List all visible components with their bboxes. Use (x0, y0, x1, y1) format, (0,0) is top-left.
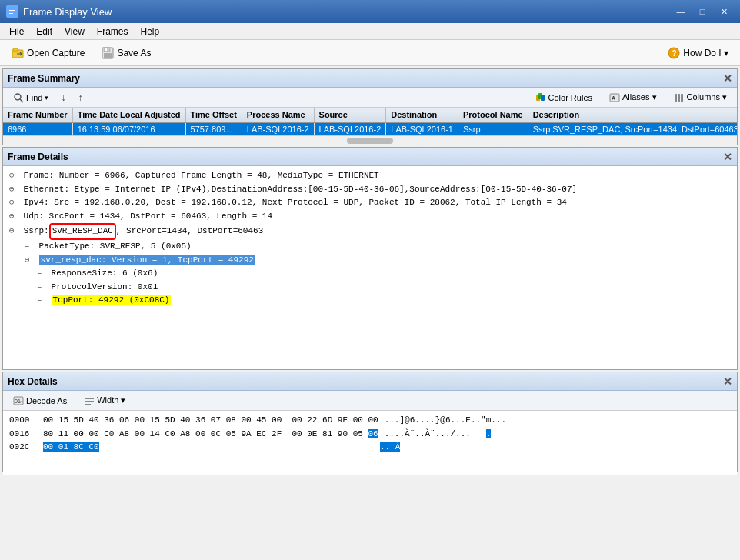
svg-rect-21 (678, 94, 680, 102)
columns-button[interactable]: Columns ▾ (668, 90, 732, 105)
hex-addr-0000: 0000 (9, 414, 37, 428)
expand-ethernet[interactable]: ⊕ (9, 183, 18, 197)
hex-details-close[interactable]: ✕ (723, 375, 732, 388)
expand-frame[interactable]: ⊕ (9, 169, 18, 183)
col-time-date[interactable]: Time Date Local Adjusted (72, 108, 185, 122)
color-rules-label: Color Rules (548, 93, 592, 102)
detail-ipv4-text: Ipv4: Src = 192.168.0.20, Dest = 192.168… (24, 198, 567, 207)
find-next-button[interactable]: ↑ (72, 90, 88, 105)
hex-bytes-0000: 00 15 5D 40 36 06 00 15 5D 40 36 07 08 0… (43, 414, 378, 428)
hex-details-title: Hex Details (8, 376, 58, 387)
detail-protocolversion-text: ProtocolVersion: 0x01 (52, 282, 158, 292)
frame-details-title: Frame Details (8, 152, 68, 162)
hex-details-header: Hex Details ✕ (3, 372, 737, 391)
detail-row-ssrp: ⊖ Ssrp:SVR_RESP_DAC, SrcPort=1434, DstPo… (9, 223, 731, 240)
detail-row-packettype: – PacketType: SVR_RESP, 5 (0x05) (9, 240, 731, 254)
expand-svr-resp-dac[interactable]: ⊖ (25, 254, 34, 268)
detail-frame-text: Frame: Number = 6966, Captured Frame Len… (24, 171, 379, 180)
svg-rect-28 (85, 404, 91, 405)
detail-ssrp-prefix: Ssrp: (24, 226, 49, 235)
aliases-icon: A → (609, 92, 620, 103)
menu-view[interactable]: View (58, 25, 91, 38)
open-capture-icon (12, 47, 24, 59)
expand-responsesize[interactable]: – (37, 267, 46, 281)
hex-ascii-002c: .. Á (380, 441, 400, 455)
svg-rect-27 (85, 401, 94, 402)
columns-icon (674, 92, 685, 103)
expand-protocolversion[interactable]: – (37, 281, 46, 295)
find-prev-button[interactable]: ↓ (55, 90, 71, 105)
decode-icon: 01 → (13, 395, 24, 406)
minimize-button[interactable]: — (671, 4, 691, 19)
detail-tcpport-text: TcpPort: 49292 (0xC08C) (52, 295, 172, 305)
col-time-offset[interactable]: Time Offset (185, 108, 242, 122)
summary-toolbar-right: Color Rules A → Aliases ▾ Columns ▾ (530, 90, 732, 105)
save-as-button[interactable]: Save As (95, 44, 158, 62)
col-frame-number[interactable]: Frame Number (3, 108, 72, 122)
svg-rect-5 (13, 48, 18, 51)
cell-destination: LAB-SQL2016-1 (386, 122, 458, 135)
detail-ssrp-suffix: , SrcPort=1434, DstPort=60463 (116, 226, 263, 235)
hex-content[interactable]: 0000 00 15 5D 40 36 06 00 15 5D 40 36 07… (3, 411, 737, 475)
find-button[interactable]: Find ▾ (8, 90, 54, 105)
cell-source: LAB-SQL2016-2 (314, 122, 386, 135)
close-button[interactable]: ✕ (714, 4, 734, 19)
svg-rect-2 (9, 12, 15, 12)
svg-rect-22 (681, 94, 683, 102)
table-row[interactable]: 6966 16:13:59 06/07/2016 5757.809... LAB… (3, 122, 737, 135)
svg-rect-1 (9, 10, 15, 11)
width-icon (84, 395, 95, 406)
hex-bytes-0016-highlight: 06 (368, 429, 378, 438)
summary-scrollbar[interactable] (3, 135, 737, 145)
hex-addr-002c: 002C (9, 441, 37, 455)
cell-process-name: LAB-SQL2016-2 (242, 122, 314, 135)
expand-ssrp[interactable]: ⊖ (9, 225, 18, 238)
frame-summary-header: Frame Summary ✕ (3, 69, 737, 88)
frame-table: Frame Number Time Date Local Adjusted Ti… (3, 108, 737, 135)
summary-toolbar-left: Find ▾ ↓ ↑ (8, 90, 88, 105)
cell-time-date: 16:13:59 06/07/2016 (72, 122, 185, 135)
aliases-button[interactable]: A → Aliases ▾ (604, 90, 662, 105)
col-description[interactable]: Description (528, 108, 737, 122)
frame-summary-panel: Frame Summary ✕ Find ▾ ↓ ↑ (2, 68, 738, 145)
maximize-button[interactable]: □ (692, 4, 712, 19)
detail-udp-text: Udp: SrcPort = 1434, DstPort = 60463, Le… (24, 212, 272, 221)
col-process-name[interactable]: Process Name (242, 108, 314, 122)
hex-addr-0016: 0016 (9, 428, 37, 442)
open-capture-label: Open Capture (27, 48, 85, 58)
menu-frames[interactable]: Frames (91, 25, 135, 38)
menu-file[interactable]: File (3, 25, 30, 38)
svg-rect-9 (105, 48, 107, 51)
detail-row-ethernet: ⊕ Ethernet: Etype = Internet IP (IPv4),D… (9, 183, 731, 197)
help-icon: ? (668, 47, 680, 59)
how-do-i-label: How Do I ▾ (683, 48, 728, 58)
frame-summary-close[interactable]: ✕ (723, 72, 732, 85)
col-protocol-name[interactable]: Protocol Name (458, 108, 528, 122)
detail-row-tcpport: – TcpPort: 49292 (0xC08C) (9, 294, 731, 308)
menu-edit[interactable]: Edit (30, 25, 58, 38)
col-destination[interactable]: Destination (386, 108, 458, 122)
expand-ipv4[interactable]: ⊕ (9, 196, 18, 210)
hex-bytes-0016: 80 11 00 00 C0 A8 00 14 C0 A8 00 0C 05 9… (43, 428, 378, 442)
expand-packettype[interactable]: – (25, 240, 34, 254)
col-source[interactable]: Source (314, 108, 386, 122)
svg-rect-26 (85, 398, 94, 399)
cell-protocol-name: Ssrp (458, 122, 528, 135)
color-rules-button[interactable]: Color Rules (530, 90, 598, 105)
decode-as-button[interactable]: 01 → Decode As (8, 393, 72, 408)
expand-udp[interactable]: ⊕ (9, 210, 18, 224)
how-do-i-button[interactable]: ? How Do I ▾ (661, 44, 735, 62)
open-capture-button[interactable]: Open Capture (5, 44, 92, 62)
menu-help[interactable]: Help (135, 25, 166, 38)
toolbar-right: ? How Do I ▾ (661, 44, 735, 62)
hex-ascii-002c-highlight: .. Á (380, 442, 400, 452)
frame-details-close[interactable]: ✕ (723, 151, 732, 163)
find-icon (13, 92, 24, 103)
hex-details-panel: Hex Details ✕ 01 → Decode As Width ▾ 000… (2, 372, 738, 472)
svg-text:→: → (18, 398, 24, 404)
expand-tcpport[interactable]: – (37, 294, 46, 308)
frame-details-content[interactable]: ⊕ Frame: Number = 6966, Captured Frame L… (3, 166, 737, 358)
width-button[interactable]: Width ▾ (78, 393, 131, 408)
frame-table-container[interactable]: Frame Number Time Date Local Adjusted Ti… (3, 108, 737, 135)
detail-packettype-text: PacketType: SVR_RESP, 5 (0x05) (39, 242, 192, 251)
